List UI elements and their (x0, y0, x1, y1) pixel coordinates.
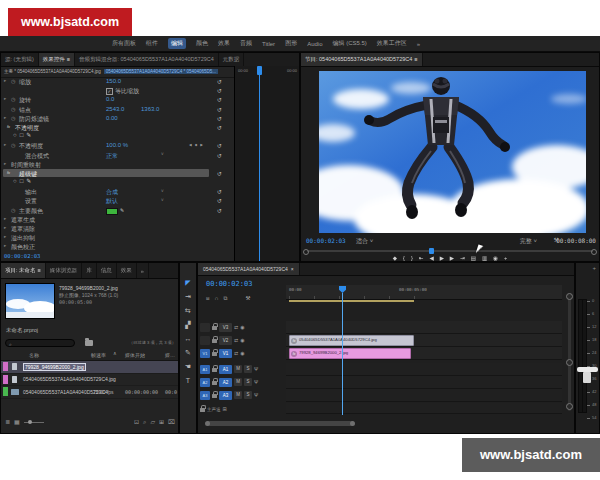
sync-lock-icon[interactable]: ⇄ (234, 324, 238, 330)
track-button-a3[interactable]: A3 (219, 391, 232, 400)
keyframe-nav-icons[interactable]: ◀ ◆ ▶ (189, 143, 204, 147)
effect-header-ultra-key[interactable]: fx 超级键 ↺ (1, 169, 234, 178)
column-media-start[interactable]: 媒体开始 (125, 352, 145, 358)
mini-playhead-handle[interactable] (257, 66, 262, 75)
program-playhead[interactable] (429, 248, 434, 254)
automate-to-sequence-icon[interactable]: ⊡ (134, 419, 139, 425)
lock-icon[interactable] (212, 381, 217, 385)
track-output-eye-icon[interactable]: ◉ (240, 337, 244, 343)
reset-icon[interactable]: ↺ (217, 170, 222, 177)
track-button-a1[interactable]: A1 (219, 365, 232, 374)
linked-selection-icon[interactable]: ⧉ (223, 296, 227, 302)
extract-icon[interactable]: ▥ (482, 256, 487, 262)
workspace-item-editing-cs55[interactable]: 编辑 (CS5.5) (332, 39, 366, 48)
anchor-x-value[interactable]: 2543.0 (106, 106, 124, 112)
program-video-frame[interactable] (319, 71, 586, 233)
stopwatch-icon[interactable]: ◷ (11, 78, 15, 84)
mute-button[interactable]: M (234, 365, 242, 373)
step-back-icon[interactable]: ◀ (429, 256, 433, 262)
property-row-blend-mode[interactable]: 混合模式 正常 ˅ ↺ (1, 151, 234, 160)
scrollbar-handle[interactable] (566, 293, 573, 300)
meter-fader-handle[interactable] (583, 372, 591, 383)
column-name[interactable]: 名称 (29, 352, 39, 358)
rotation-value[interactable]: 0.0 (106, 96, 114, 102)
voiceover-mic-icon[interactable]: Ψ (254, 366, 258, 372)
workspace-item-assembly[interactable]: 组件 (146, 39, 158, 48)
label-color-pink[interactable] (3, 362, 8, 371)
track-lane-v3[interactable] (286, 321, 562, 334)
twirl-icon[interactable]: ▸ (4, 161, 6, 166)
track-button-a2[interactable]: A2 (219, 378, 232, 387)
tab-program-monitor[interactable]: 节目: 05404065D5537A1A0A4040D5729C4 ≡ (301, 53, 423, 66)
lock-icon[interactable] (212, 339, 217, 343)
antiflicker-value[interactable]: 0.00 (106, 115, 118, 121)
workspace-item-graphics[interactable]: 图形 (285, 39, 297, 48)
source-patch-a2[interactable]: A2 (200, 378, 210, 387)
solo-button[interactable]: S (244, 365, 252, 373)
property-row-scale[interactable]: ▸ ◷ 缩放 150.0 ↺ (1, 77, 234, 86)
column-media-end[interactable]: 媒… (165, 352, 175, 358)
workspace-item-color[interactable]: 颜色 (196, 39, 208, 48)
reset-icon[interactable]: ↺ (217, 188, 222, 195)
panel-menu-icon[interactable]: ≡ (67, 57, 70, 63)
reset-icon[interactable]: ↺ (217, 115, 222, 122)
panel-menu-icon[interactable]: ≡ (38, 268, 41, 274)
solo-button[interactable]: S (244, 391, 252, 399)
preview-thumbnail[interactable] (5, 283, 55, 319)
razor-tool[interactable]: ▞ (180, 317, 196, 331)
pen-tool[interactable]: ✎ (180, 345, 196, 359)
track-lane-master[interactable] (286, 403, 562, 414)
lock-icon[interactable] (212, 326, 217, 330)
scale-value[interactable]: 150.0 (106, 78, 121, 84)
solo-button[interactable]: S (244, 378, 252, 386)
timeline-horizontal-scrollbar[interactable] (206, 421, 354, 426)
tab-audio-clip-mixer[interactable]: 音频剪辑混合器: 05404065D5537A1A0A4040D5729C4 (75, 53, 219, 66)
lock-icon[interactable] (212, 394, 217, 398)
twirl-icon[interactable]: ▸ (4, 115, 6, 120)
tab-effects[interactable]: 效果 (117, 263, 137, 278)
opacity-value[interactable]: 100.0 % (106, 142, 128, 148)
stopwatch-icon[interactable]: ◷ (11, 115, 15, 121)
ellipse-mask-icon[interactable]: ○ (13, 132, 17, 138)
mute-button[interactable]: M (234, 391, 242, 399)
property-row-matte-cleanup[interactable]: ▸ 遮罩清除 (1, 224, 234, 233)
step-forward-icon[interactable]: ▶ (450, 256, 454, 262)
workspace-overflow-icon[interactable]: » (417, 41, 420, 47)
track-button-v2[interactable]: V2 (219, 336, 232, 345)
thumbnail-zoom-slider[interactable] (24, 422, 44, 423)
type-tool[interactable]: T (180, 373, 196, 387)
item-name[interactable]: 79928_94699B2000_2.jpg (23, 363, 86, 371)
reset-icon[interactable]: ↺ (217, 96, 222, 103)
workspace-item-all-panels[interactable]: 所有面板 (112, 39, 136, 48)
go-to-out-icon[interactable]: ⇥ (460, 256, 465, 262)
tab-overflow-icon[interactable]: » (137, 263, 149, 278)
close-icon[interactable]: × (291, 267, 294, 272)
lock-icon[interactable] (212, 368, 217, 372)
button-editor-icon[interactable]: + (504, 256, 507, 262)
rect-mask-icon[interactable]: □ (20, 178, 24, 184)
twirl-icon[interactable]: ▸ (4, 225, 6, 230)
sync-lock-icon[interactable]: ⇄ (234, 337, 238, 343)
source-patch-a3[interactable]: A3 (200, 391, 210, 400)
twirl-icon[interactable]: ▸ (4, 216, 6, 221)
mute-button[interactable]: M (234, 378, 242, 386)
voiceover-mic-icon[interactable]: Ψ (254, 392, 258, 398)
twirl-icon[interactable]: ▸ (4, 78, 6, 83)
panel-menu-icon[interactable]: ≡ (414, 57, 417, 63)
scrollbar-handle[interactable] (566, 403, 573, 410)
timeline-vertical-scrollbar[interactable] (568, 293, 571, 411)
slip-tool[interactable]: ↔ (180, 331, 196, 345)
track-button-v1[interactable]: V1 (219, 349, 232, 358)
list-view-icon[interactable]: ≣ (5, 419, 10, 425)
program-current-timecode[interactable]: 00:00:02:03 (306, 237, 346, 244)
tab-metadata[interactable]: 元数据 (219, 53, 245, 66)
column-fps[interactable]: 帧速率 (91, 352, 106, 358)
lock-icon[interactable] (200, 408, 205, 412)
property-row-key-color[interactable]: ◷ 主要颜色 ✎ ↺ (1, 206, 234, 215)
project-item-row[interactable]: 79928_94699B2000_2.jpg (1, 361, 178, 374)
project-item-row[interactable]: 05404065D5537A1A0A4040D5729C4.jpg (1, 374, 178, 387)
label-color-pink[interactable] (3, 375, 8, 384)
tab-info[interactable]: 信息 (97, 263, 117, 278)
add-marker-icon[interactable]: ◆ (393, 256, 397, 262)
track-lane-a3[interactable] (286, 389, 562, 402)
